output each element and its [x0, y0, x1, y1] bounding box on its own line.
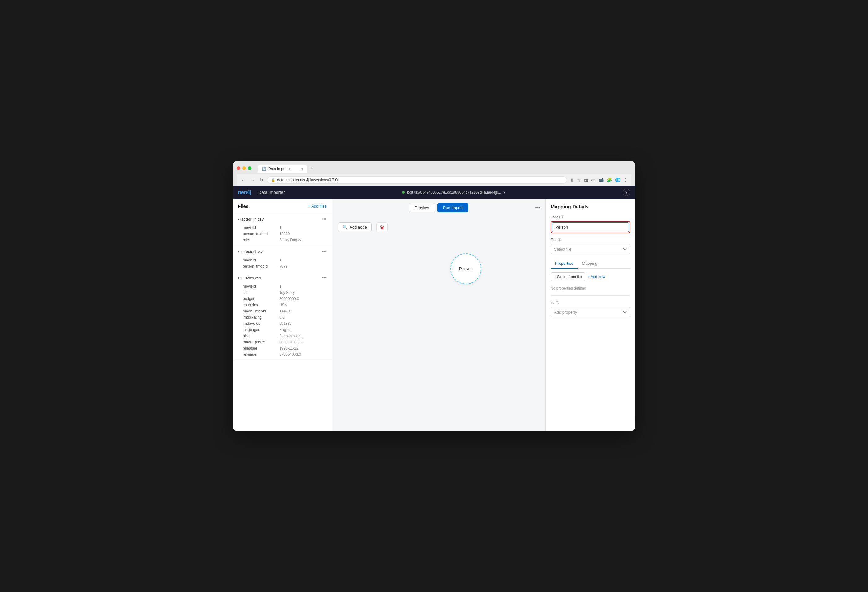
row-val: 1	[279, 258, 282, 262]
label-input[interactable]	[552, 222, 629, 232]
back-button[interactable]: ←	[240, 177, 247, 183]
file-menu-button-acted-in[interactable]: •••	[322, 217, 327, 221]
person-node[interactable]: Person	[450, 253, 481, 284]
profile-button[interactable]: 🌐	[614, 177, 621, 183]
row-val: 12899	[279, 232, 289, 236]
tab-close-button[interactable]: ×	[301, 167, 303, 171]
address-text: data-importer.neo4j.io/versions/0.7.0/	[277, 178, 338, 182]
bookmark-button[interactable]: ☆	[576, 177, 582, 183]
file-field-group: File ⓘ Select file	[551, 238, 630, 254]
main-content: Files + Add files ▾ acted_in.csv ••• mov…	[233, 199, 635, 431]
file-rows-acted-in: movieId 1 person_tmdbId 12899 role Slink…	[233, 224, 332, 246]
chevron-down-icon: ▾	[238, 276, 239, 280]
new-tab-button[interactable]: +	[307, 164, 316, 173]
id-select-wrapper: Add property	[551, 307, 630, 317]
file-rows-movies: movieId1 titleToy Story budget30000000.0…	[233, 283, 332, 360]
delete-button[interactable]: 🗑	[376, 222, 388, 232]
select-from-file-button[interactable]: + Select from file	[551, 273, 585, 281]
tab-bar: 🔄 Data Importer × +	[258, 164, 623, 173]
canvas-toolbar: Preview Run Import •••	[332, 199, 545, 216]
canvas-body: 🔍 Add node 🗑 Person	[332, 216, 545, 431]
menu-button[interactable]: ⋮	[623, 177, 628, 183]
list-item: movie_imdbId114709	[238, 308, 327, 314]
list-item: countriesUSA	[238, 302, 327, 308]
close-window-button[interactable]	[237, 167, 241, 170]
file-menu-button-movies[interactable]: •••	[322, 275, 327, 280]
label-field-label: Label ⓘ	[551, 215, 630, 219]
label-info-icon: ⓘ	[561, 215, 564, 219]
label-field-group: Label ⓘ	[551, 215, 630, 233]
video-button[interactable]: 📹	[598, 177, 604, 183]
list-item: plotA cowboy do...	[238, 333, 327, 339]
props-actions: + Select from file + Add new	[551, 273, 630, 281]
divider	[551, 295, 630, 296]
preview-button[interactable]: Preview	[409, 203, 435, 213]
tab-mapping[interactable]: Mapping	[577, 258, 602, 269]
toolbar-actions: Preview Run Import	[409, 203, 469, 213]
run-import-button[interactable]: Run Import	[437, 203, 468, 213]
tab-favicon: 🔄	[262, 167, 266, 171]
list-item: released1995-11-22	[238, 345, 327, 351]
row-val: 1	[279, 226, 282, 230]
list-item: revenue373554033.0	[238, 351, 327, 357]
tab-properties[interactable]: Properties	[551, 258, 577, 269]
files-title: Files	[238, 204, 248, 209]
file-name-acted-in: acted_in.csv	[241, 217, 320, 221]
help-button[interactable]: ?	[623, 189, 630, 196]
file-name-movies: movies.csv	[241, 276, 320, 280]
add-new-button[interactable]: + Add new	[588, 275, 605, 279]
list-item: imdbVotes591836	[238, 320, 327, 326]
id-field-group: ID ⓘ Add property	[551, 301, 630, 317]
browser-titlebar: 🔄 Data Importer × +	[237, 164, 631, 173]
mapping-panel: Mapping Details Label ⓘ File ⓘ	[545, 199, 635, 431]
add-files-button[interactable]: + Add files	[308, 204, 327, 208]
list-item: imdbRating8.3	[238, 314, 327, 320]
file-header-acted-in[interactable]: ▾ acted_in.csv •••	[233, 213, 332, 224]
file-field-label: File ⓘ	[551, 238, 630, 242]
file-rows-directed: movieId 1 person_tmdbId 7879	[233, 257, 332, 272]
list-item: person_tmdbId 7879	[238, 263, 327, 269]
address-bar[interactable]: 🔒 data-importer.neo4j.io/versions/0.7.0/	[267, 176, 567, 184]
tabs-row: Properties Mapping	[551, 258, 630, 269]
app-title: Data Importer	[258, 190, 285, 195]
nav-actions: ⬆ ☆ ▦ ▭ 📹 🧩 🌐 ⋮	[570, 177, 628, 183]
list-item: languagesEnglish	[238, 326, 327, 333]
file-menu-button-directed[interactable]: •••	[322, 249, 327, 254]
maximize-window-button[interactable]	[248, 167, 251, 170]
browser-nav: ← → ↻ 🔒 data-importer.neo4j.io/versions/…	[237, 174, 631, 186]
traffic-lights	[237, 167, 251, 170]
file-group-directed: ▾ directed.csv ••• movieId 1 person_tmdb…	[233, 246, 332, 272]
file-select[interactable]: Select file	[551, 244, 630, 254]
file-header-directed[interactable]: ▾ directed.csv •••	[233, 246, 332, 257]
browser-window: 🔄 Data Importer × + ← → ↻ 🔒 data-importe…	[233, 161, 635, 431]
share-button[interactable]: ⬆	[570, 177, 574, 183]
extensions-button[interactable]: 🧩	[606, 177, 613, 183]
add-node-button[interactable]: 🔍 Add node	[338, 222, 372, 232]
active-tab[interactable]: 🔄 Data Importer ×	[258, 165, 307, 173]
tab-title: Data Importer	[268, 167, 291, 171]
file-info-icon: ⓘ	[558, 238, 561, 242]
row-key: movieId	[243, 258, 277, 262]
cast-button[interactable]: ▭	[590, 177, 596, 183]
connection-info: bolt+s://85474006517e1dc2988064c7a2109d4…	[290, 190, 618, 195]
row-key: role	[243, 238, 277, 242]
sidebar: Files + Add files ▾ acted_in.csv ••• mov…	[233, 199, 332, 431]
connection-chevron-icon[interactable]: ▾	[503, 190, 505, 195]
lock-icon: 🔒	[271, 178, 275, 182]
row-key: person_tmdbId	[243, 264, 277, 269]
node-canvas: Person	[393, 222, 539, 315]
list-item: role Slinky Dog (v...	[238, 237, 327, 243]
forward-button[interactable]: →	[249, 177, 256, 183]
minimize-window-button[interactable]	[242, 167, 246, 170]
google-drive-icon[interactable]: ▦	[583, 177, 589, 183]
refresh-button[interactable]: ↻	[258, 177, 264, 183]
list-item: movieId 1	[238, 224, 327, 231]
list-item: movieId 1	[238, 257, 327, 263]
id-property-select[interactable]: Add property	[551, 307, 630, 317]
file-header-movies[interactable]: ▾ movies.csv •••	[233, 272, 332, 283]
more-options-button[interactable]: •••	[535, 205, 540, 211]
chevron-down-icon: ▾	[238, 217, 239, 221]
chevron-down-icon: ▾	[238, 250, 239, 253]
list-item: movieId1	[238, 283, 327, 289]
row-key: movieId	[243, 226, 277, 230]
